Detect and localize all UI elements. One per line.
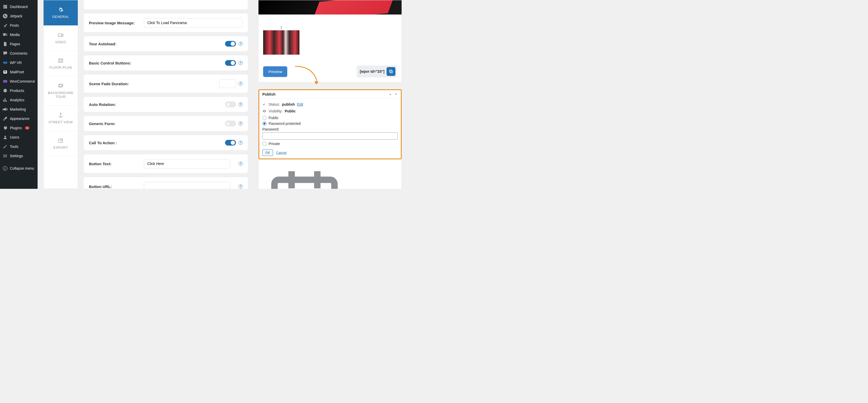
sidebar-label: Collapse menu — [10, 166, 34, 170]
sidebar-item-appearance[interactable]: Appearance — [0, 114, 38, 123]
tab-floorplan[interactable]: FLOOR PLAN — [43, 51, 78, 76]
input-button-text[interactable] — [144, 159, 230, 168]
preview-button[interactable]: Preview — [263, 66, 287, 77]
shortcode-text: [wpvr id="25"] — [360, 69, 384, 73]
published-on-line: Published on: Sep 22, 2023 at 06:30 Edit — [258, 159, 402, 189]
scene-thumbnail[interactable] — [263, 30, 300, 55]
chevron-up-icon[interactable] — [389, 93, 392, 96]
tab-video[interactable]: VIDEO — [43, 26, 78, 51]
tab-streetview[interactable]: STREET VIEW — [43, 106, 78, 131]
sidebar-item-comments[interactable]: Comments — [0, 49, 38, 58]
sidebar-item-woocommerce[interactable]: WooCommerce — [0, 77, 38, 86]
help-icon[interactable]: ? — [239, 122, 243, 126]
publish-visibility-line: Visibility: Public — [262, 109, 398, 113]
calendar-icon — [261, 163, 347, 189]
edit-status-link[interactable]: Edit — [297, 102, 303, 106]
input-scene-fade[interactable] — [219, 79, 236, 88]
svg-point-5 — [4, 136, 6, 137]
radio-label: Password protected — [269, 122, 301, 126]
input-button-url[interactable] — [144, 182, 230, 189]
sidebar-item-products[interactable]: Products — [0, 86, 38, 95]
sidebar-label: Products — [10, 89, 24, 93]
users-icon — [3, 135, 8, 140]
preview-card: 1 Preview [wpvr id="25"] — [258, 0, 402, 82]
sidebar-item-dashboard[interactable]: Dashboard — [0, 2, 38, 11]
vertical-tabs: GENERAL VIDEO FLOOR PLAN BACKGROUND TOUR… — [43, 0, 78, 189]
visibility-option-password[interactable]: Password protected — [262, 122, 398, 126]
password-input[interactable] — [262, 132, 398, 140]
chevron-down-icon[interactable] — [394, 93, 398, 96]
toggle-cta[interactable] — [225, 140, 236, 145]
input-preview-message[interactable] — [144, 18, 242, 28]
tab-label: EXPORT — [53, 145, 68, 149]
toggle-auto-rotation[interactable] — [225, 102, 236, 107]
sidebar-label: Appearance — [10, 116, 30, 121]
sidebar-item-wpvr[interactable]: WP VR — [0, 58, 38, 67]
sidebar-label: Plugins — [10, 126, 22, 130]
sidebar-item-jetpack[interactable]: Jetpack — [0, 11, 38, 21]
visibility-value: Public — [285, 109, 296, 113]
radio-label: Private — [269, 142, 280, 146]
label-basic-controls: Basic Control Buttons: — [89, 61, 141, 65]
sidebar-label: Comments — [10, 51, 28, 56]
label-scene-fade: Scene Fade Duration: — [89, 81, 141, 86]
pin-icon — [3, 23, 8, 28]
svg-point-0 — [3, 14, 7, 19]
help-icon[interactable]: ? — [239, 102, 243, 106]
copy-icon — [389, 69, 393, 74]
sidebar-label: Jetpack — [10, 14, 22, 18]
svg-rect-13 — [390, 70, 392, 72]
key-icon — [262, 102, 267, 106]
sidebar-item-users[interactable]: Users — [0, 133, 38, 142]
radio-icon — [262, 142, 267, 146]
comments-icon — [3, 51, 8, 56]
sidebar-item-marketing[interactable]: Marketing — [0, 105, 38, 114]
toggle-generic-form[interactable] — [225, 121, 236, 126]
shortcode-wrap: [wpvr id="25"] — [357, 66, 397, 77]
toggle-tour-autoload[interactable] — [225, 41, 236, 46]
jetpack-icon — [3, 13, 8, 19]
cancel-link[interactable]: Cancel — [276, 151, 286, 155]
tab-label: VIDEO — [55, 40, 66, 44]
publish-title: Publish — [262, 92, 276, 96]
help-icon[interactable]: ? — [239, 141, 243, 145]
anchor-icon — [58, 112, 64, 118]
tab-general[interactable]: GENERAL — [43, 0, 78, 26]
video-icon — [58, 32, 64, 38]
panorama-preview — [258, 0, 402, 14]
help-icon[interactable]: ? — [239, 81, 243, 86]
sidebar-label: WooCommerce — [10, 79, 35, 83]
help-icon[interactable]: ? — [239, 42, 243, 46]
visibility-option-public[interactable]: Public — [262, 116, 398, 120]
gear-icon — [58, 7, 64, 13]
sidebar-item-settings[interactable]: Settings — [0, 151, 38, 161]
sidebar-item-analytics[interactable]: Analytics — [0, 95, 38, 105]
copy-shortcode-button[interactable] — [386, 67, 395, 76]
sidebar-collapse[interactable]: Collapse menu — [0, 164, 38, 173]
sidebar-item-tools[interactable]: Tools — [0, 142, 38, 151]
help-icon[interactable]: ? — [239, 162, 243, 166]
tab-export[interactable]: EXPORT — [43, 131, 78, 157]
tab-label: BACKGROUND TOUR — [45, 91, 76, 99]
svg-rect-12 — [390, 71, 393, 73]
toggle-basic-controls[interactable] — [225, 60, 236, 66]
tab-bgtour[interactable]: BACKGROUND TOUR — [43, 76, 78, 106]
svg-text:M: M — [4, 70, 6, 73]
svg-rect-8 — [59, 85, 62, 87]
row-generic-form: Generic Form: ? — [84, 116, 248, 131]
megaphone-icon — [3, 107, 8, 112]
help-icon[interactable]: ? — [239, 184, 243, 189]
woocommerce-icon — [3, 79, 8, 84]
sidebar-item-pages[interactable]: Pages — [0, 39, 38, 49]
export-icon — [58, 138, 64, 143]
row-auto-rotation: Auto Rotation: ? — [84, 97, 248, 112]
sidebar-item-mailpoet[interactable]: MMailPoet — [0, 67, 38, 77]
ok-button[interactable]: OK — [262, 149, 273, 156]
sidebar-item-media[interactable]: Media — [0, 30, 38, 39]
help-icon[interactable]: ? — [239, 61, 243, 65]
eye-icon — [262, 109, 267, 113]
sidebar-item-posts[interactable]: Posts — [0, 21, 38, 30]
sidebar-label: WP VR — [10, 61, 22, 65]
sidebar-item-plugins[interactable]: Plugins5 — [0, 123, 38, 133]
visibility-option-private[interactable]: Private — [262, 142, 398, 146]
